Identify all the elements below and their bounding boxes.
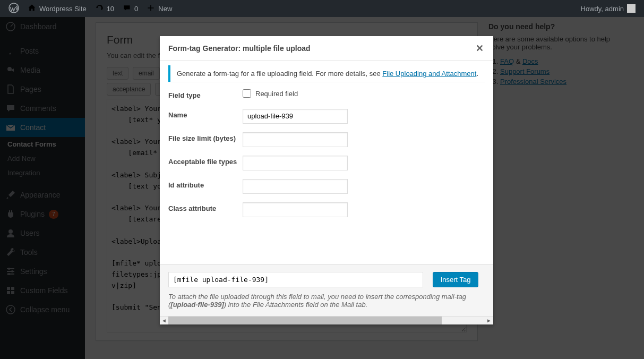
class-attr-input[interactable] [243, 202, 348, 217]
form-tag-generator-modal: Form-tag Generator: multiple file upload… [160, 36, 493, 324]
modal-title: Form-tag Generator: multiple file upload [168, 44, 311, 53]
row-size-limit: File size limit (bytes) [168, 132, 485, 147]
updates-count: 10 [107, 5, 114, 13]
tag-output-input[interactable] [168, 272, 423, 287]
comment-icon [123, 4, 131, 14]
label-name: Name [168, 109, 243, 120]
refresh-icon [95, 4, 104, 14]
row-name: Name [168, 109, 485, 124]
footer-hint: To attach the file uploaded through this… [168, 293, 485, 309]
home-icon [28, 4, 36, 14]
label-file-types: Acceptable file types [168, 156, 243, 167]
comments-link[interactable]: 0 [118, 0, 142, 17]
new-link[interactable]: New [142, 0, 176, 17]
row-class-attr: Class attribute [168, 202, 485, 217]
label-size-limit: File size limit (bytes) [168, 132, 243, 143]
updates-link[interactable]: 10 [91, 0, 118, 17]
label-class-attr: Class attribute [168, 202, 243, 213]
modal-horizontal-scrollbar[interactable]: ◄ ► [160, 316, 493, 324]
label-field-type: Field type [168, 89, 243, 100]
size-limit-input[interactable] [243, 132, 348, 147]
site-name-label: Wordpress Site [39, 5, 87, 13]
plus-icon [147, 4, 155, 14]
howdy-link[interactable]: Howdy, admin [577, 0, 640, 17]
id-attr-input[interactable] [243, 179, 348, 194]
row-file-types: Acceptable file types [168, 156, 485, 170]
insert-tag-button[interactable]: Insert Tag [433, 272, 479, 287]
modal-header: Form-tag Generator: multiple file upload… [160, 36, 493, 61]
modal-footer: Insert Tag To attach the file uploaded t… [160, 264, 493, 316]
howdy-label: Howdy, admin [581, 5, 624, 13]
modal-overlay-left[interactable] [0, 17, 85, 359]
required-label: Required field [255, 90, 298, 98]
new-label: New [158, 5, 172, 13]
name-input[interactable] [243, 109, 348, 124]
wp-logo[interactable] [4, 0, 23, 17]
notice-text-post: . [476, 70, 478, 78]
notice-link[interactable]: File Uploading and Attachment [382, 70, 476, 78]
row-field-type: Field type Required field [168, 89, 485, 100]
notice-text-pre: Generate a form-tag for a file uploading… [177, 70, 382, 78]
wordpress-icon [8, 3, 19, 15]
scrollbar-thumb[interactable] [168, 317, 442, 324]
modal-body: Generate a form-tag for a file uploading… [160, 61, 493, 264]
site-name-link[interactable]: Wordpress Site [23, 0, 91, 17]
required-checkbox[interactable] [243, 89, 251, 98]
scroll-right-arrow-icon[interactable]: ► [485, 317, 493, 325]
close-icon[interactable]: ✕ [474, 42, 485, 54]
avatar [627, 4, 636, 13]
mail-tag: [upload-file-939] [170, 301, 224, 309]
comments-count: 0 [134, 5, 138, 13]
row-id-attr: Id attribute [168, 179, 485, 194]
admin-bar: Wordpress Site 10 0 New Howdy, admin [0, 0, 644, 17]
info-notice: Generate a form-tag for a file uploading… [168, 65, 485, 82]
scroll-left-arrow-icon[interactable]: ◄ [160, 317, 168, 325]
file-types-input[interactable] [243, 156, 348, 170]
label-id-attr: Id attribute [168, 179, 243, 190]
required-checkbox-wrap[interactable]: Required field [243, 89, 298, 98]
